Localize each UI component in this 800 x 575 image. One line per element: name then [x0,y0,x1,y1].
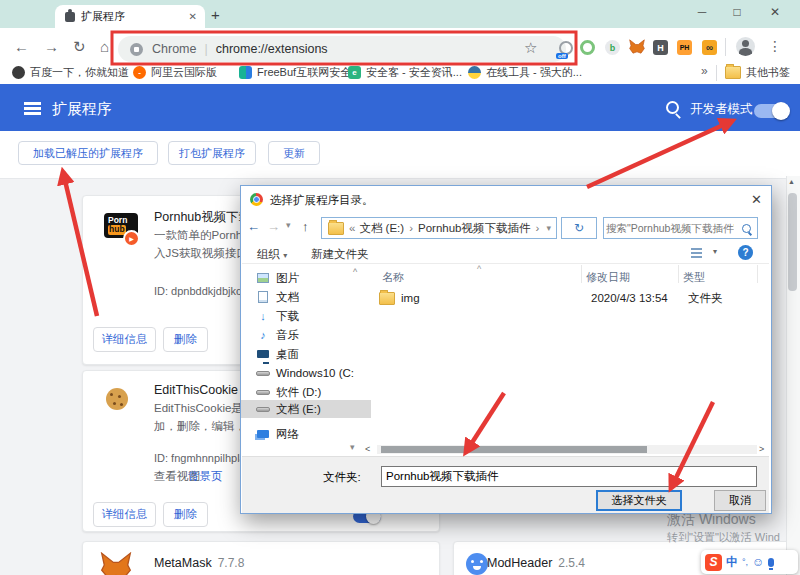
sidebar-item-documents[interactable]: 文档 [256,288,299,306]
sidebar-item-downloads[interactable]: ↓ 下载 [256,307,299,325]
modheader-toolbar-icon[interactable]: H [653,40,668,55]
b-extension-icon[interactable]: b [605,40,620,55]
sidebar-item-drive-e-selected[interactable]: 文档 (E:) [241,400,371,418]
hamburger-menu-icon[interactable] [24,102,41,105]
pornhub-toolbar-icon[interactable]: PH [677,40,692,55]
details-button[interactable]: 详细信息 [93,502,156,527]
background-page-link[interactable]: 背景页 [188,469,223,484]
window-close-button[interactable]: ✕ [765,5,785,19]
bookmark-freebuf[interactable]: FreeBuf互联网安全... [239,65,360,80]
folder-field-label: 文件夹: [323,470,361,485]
extension-title: MetaMask7.7.8 [154,556,244,570]
sidebar-item-drive-d[interactable]: 软件 (D:) [256,383,321,401]
dialog-search-input[interactable] [604,221,736,235]
recent-locations-icon[interactable]: ▾ [286,220,291,230]
aliyun-icon: - [133,66,146,79]
load-unpacked-button[interactable]: 加载已解压的扩展程序 [18,141,158,165]
ime-language-indicator[interactable]: 中 [726,554,738,571]
hscroll-thumb[interactable] [381,446,647,453]
sidebar-scroll-down-icon[interactable]: ▾ [350,442,355,452]
site-info-icon[interactable] [130,43,143,56]
emoji-icon[interactable]: ☺ [752,555,764,569]
folder-name-input[interactable] [381,466,757,487]
proxy-extension-icon[interactable]: off [558,40,573,55]
view-mode-icon[interactable] [691,248,702,250]
breadcrumb-segment-folder[interactable]: Pornhub视频下载插件 [418,221,530,236]
details-button[interactable]: 详细信息 [93,327,156,352]
pack-extension-button[interactable]: 打包扩展程序 [168,141,256,165]
up-directory-icon[interactable]: ↑ [302,219,309,234]
organize-menu[interactable]: 组织 ▾ [257,247,287,262]
back-icon[interactable]: ← [14,38,29,55]
bookmarks-overflow-icon[interactable]: » [701,64,708,78]
bookmark-online-tools[interactable]: 在线工具 - 强大的... [468,65,582,80]
chrome-menu-icon[interactable]: ⋮ [768,38,782,54]
desktop-icon [257,350,269,358]
ime-punctuation-indicator[interactable]: °, [742,557,748,567]
dialog-back-icon[interactable]: ← [247,219,260,234]
breadcrumb-segment-drive[interactable]: 文档 (E:) [359,221,404,236]
file-row-img[interactable]: img 2020/4/3 13:54 文件夹 [379,290,759,306]
music-icon: ♪ [256,329,270,341]
address-dropdown-icon[interactable]: ▾ [546,223,551,233]
sidebar-item-desktop[interactable]: 桌面 [256,345,299,363]
refresh-button[interactable]: ↻ [561,217,597,239]
cancel-button[interactable]: 取消 [714,490,766,511]
sidebar-item-pictures[interactable]: 图片 [256,269,299,287]
python-icon [468,66,481,79]
sidebar-item-music[interactable]: ♪ 音乐 [256,326,299,344]
new-folder-button[interactable]: 新建文件夹 [311,247,369,262]
update-button[interactable]: 更新 [268,141,320,165]
select-folder-button[interactable]: 选择文件夹 [596,490,682,511]
scrollbar-thumb[interactable] [788,193,797,291]
dialog-close-button[interactable]: ✕ [751,192,762,207]
browser-tab[interactable]: 扩展程序 ✕ [55,5,205,28]
bookmark-anquanke[interactable]: e 安全客 - 安全资讯... [348,65,462,80]
bookmark-aliyun[interactable]: - 阿里云国际版 [133,65,217,80]
column-header-type[interactable]: 类型 [683,270,705,285]
column-header-name[interactable]: 名称 [382,270,404,285]
new-tab-button[interactable]: + [211,6,220,23]
dialog-search-icon[interactable] [742,224,751,233]
remove-button[interactable]: 删除 [163,502,208,527]
window-minimize-button[interactable]: ─ [692,5,712,19]
address-bar[interactable]: Chrome | chrome://extensions [118,36,566,62]
ring-extension-icon[interactable] [580,40,595,55]
sidebar-item-network[interactable]: 网络 [256,425,299,443]
cookie-toolbar-icon[interactable]: ∞ [702,40,717,55]
bookmark-star-icon[interactable]: ☆ [524,39,537,57]
document-icon [258,291,268,303]
bookmark-baidu[interactable]: 百度一下，你就知道 [12,65,129,80]
hscroll-left-icon[interactable]: < [365,444,370,454]
page-title: 扩展程序 [52,100,112,119]
other-bookmarks-folder[interactable]: 其他书签 [725,65,790,80]
dialog-forward-icon[interactable]: → [267,219,280,234]
proxy-off-badge: off [556,53,568,59]
sogou-logo-icon[interactable]: S [705,554,722,571]
chrome-logo-icon [250,193,263,206]
breadcrumb[interactable]: « 文档 (E:) › Pornhub视频下载插件 › ▾ [321,217,557,239]
remove-button[interactable]: 删除 [163,327,208,352]
sidebar-scroll-up-icon[interactable]: ^ [353,267,357,277]
window-maximize-button[interactable]: □ [727,5,747,19]
developer-mode-toggle[interactable] [754,104,788,118]
microphone-icon[interactable] [768,558,774,567]
sogou-ime-bar[interactable]: S 中 °, ☺ [701,550,798,574]
tab-close-icon[interactable]: ✕ [187,9,199,24]
sidebar-item-drive-c[interactable]: Windows10 (C: [256,364,354,382]
column-header-date[interactable]: 修改日期 [586,270,630,285]
view-dropdown-icon[interactable]: ▾ [713,247,717,256]
reload-icon[interactable]: ↻ [73,38,86,56]
help-icon[interactable]: ? [738,245,753,260]
scrollbar-up-icon[interactable]: ▲ [788,178,795,185]
hscroll-right-icon[interactable]: > [759,444,764,454]
forward-icon[interactable]: → [44,38,59,55]
metamask-fox-icon[interactable] [629,39,645,58]
guillemet-icon: « [349,222,355,234]
search-icon[interactable] [666,101,679,114]
dialog-search-box[interactable] [603,217,758,239]
home-icon[interactable]: ⌂ [100,38,109,55]
profile-avatar[interactable] [736,37,755,56]
extension-id: ID: dpnbddkjdbjkch [154,285,248,297]
network-icon [257,430,269,438]
